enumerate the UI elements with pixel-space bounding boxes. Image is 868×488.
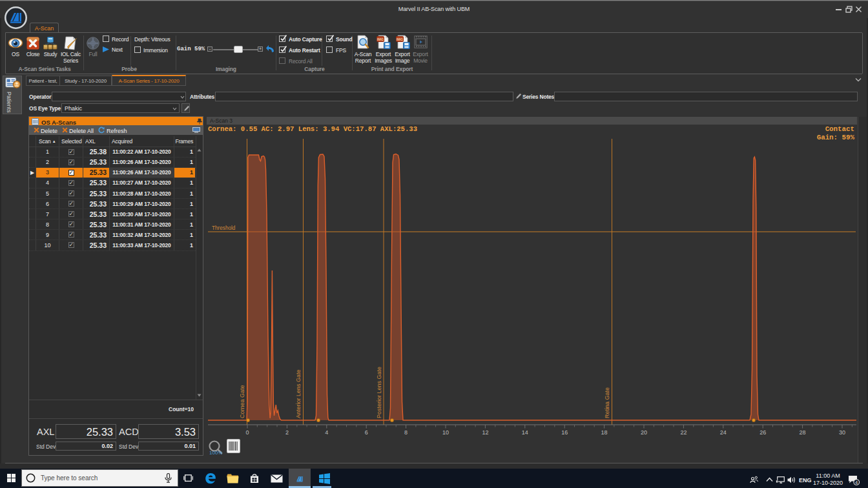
svg-text:2: 2 (285, 429, 289, 436)
svg-text:IMG: IMG (397, 37, 403, 41)
svg-text:28: 28 (800, 429, 806, 436)
svg-text:Threshold: Threshold (212, 225, 236, 231)
svg-text:10: 10 (442, 429, 449, 436)
svg-text:Retina Gate: Retina Gate (604, 387, 610, 418)
svg-text:0: 0 (245, 429, 249, 436)
svg-text:4: 4 (855, 480, 858, 485)
svg-text:Cornea Gate: Cornea Gate (239, 385, 245, 418)
svg-text:20: 20 (641, 429, 647, 436)
svg-text:26: 26 (760, 429, 766, 436)
svg-text:6: 6 (365, 429, 368, 436)
svg-text:Posterior Lens Gate: Posterior Lens Gate (376, 367, 382, 418)
svg-text:4: 4 (325, 429, 328, 436)
svg-text:12: 12 (482, 429, 488, 436)
svg-text:22: 22 (680, 429, 687, 436)
svg-text:24: 24 (720, 429, 727, 436)
svg-text:IMG: IMG (377, 37, 384, 41)
svg-text:30: 30 (839, 429, 845, 436)
svg-text:Anterior Lens Gate: Anterior Lens Gate (295, 369, 302, 418)
svg-text:18: 18 (601, 429, 608, 436)
svg-text:14: 14 (522, 429, 528, 436)
svg-text:16: 16 (561, 429, 568, 436)
svg-text:8: 8 (404, 429, 408, 436)
